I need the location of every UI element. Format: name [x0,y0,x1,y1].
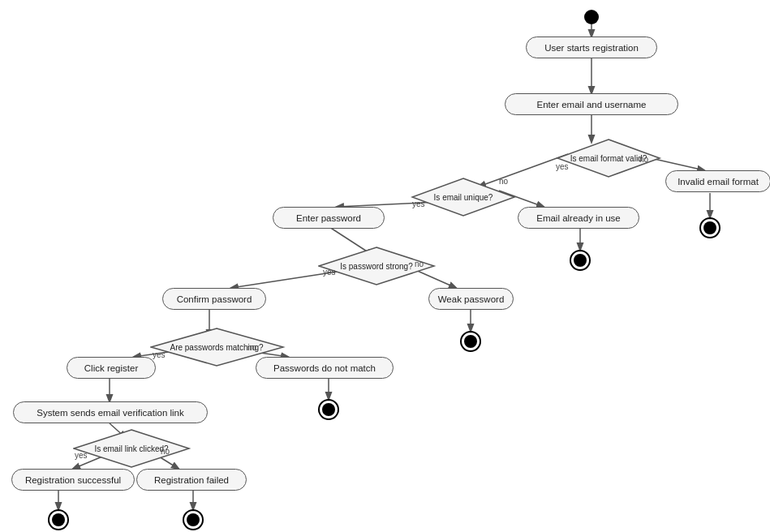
confirm-password-node: Confirm password [162,288,266,310]
user-starts-node: User starts registration [526,36,657,58]
svg-text:Is email link clicked?: Is email link clicked? [94,444,169,453]
enter-email-node: Enter email and username [505,93,678,115]
enter-password-node: Enter password [273,207,385,229]
reg-failed-node: Registration failed [136,469,247,491]
end-reg-successful [48,509,69,530]
email-unique-no-label: no [499,177,508,186]
passwords-matching-no-label: no [247,343,256,352]
email-format-yes-label: yes [556,162,569,171]
end-passwords-no-match [318,399,339,420]
passwords-matching-yes-label: yes [153,350,166,359]
svg-text:Is email format valid?: Is email format valid? [570,154,647,163]
passwords-no-match-node: Passwords do not match [256,357,394,379]
end-reg-failed [183,509,204,530]
start-node [584,10,599,24]
password-strong-yes-label: yes [323,268,336,277]
email-unique-yes-label: yes [412,200,425,208]
reg-successful-node: Registration successful [11,469,135,491]
svg-text:Is email unique?: Is email unique? [434,193,493,202]
activity-diagram: User starts registration Enter email and… [0,0,770,532]
svg-text:Is password strong?: Is password strong? [340,262,413,271]
system-sends-node: System sends email verification link [13,401,208,423]
password-strong-no-label: no [415,260,424,268]
email-in-use-node: Email already in use [518,207,639,229]
weak-password-node: Weak password [428,288,514,310]
click-register-node: Click register [67,357,156,379]
email-clicked-no-label: no [161,447,170,456]
email-format-no-label: no [639,155,648,164]
email-clicked-yes-label: yes [75,451,88,460]
